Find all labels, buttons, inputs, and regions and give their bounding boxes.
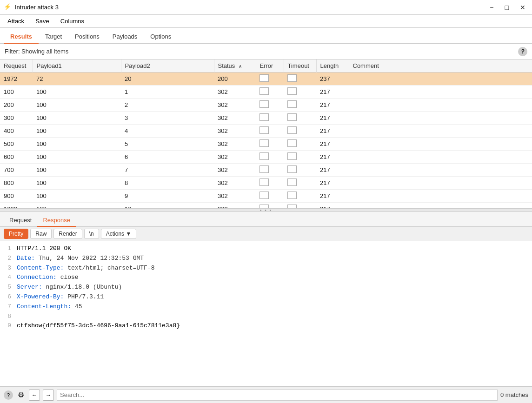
forward-button[interactable]: → (43, 390, 54, 401)
maximize-button[interactable]: □ (502, 3, 512, 12)
checkbox[interactable] (287, 74, 297, 82)
table-cell: 100 (33, 151, 121, 164)
table-row[interactable]: 3001003302217 (0, 112, 532, 125)
http-header-name: Content-Type: (17, 264, 64, 271)
search-input[interactable] (57, 390, 498, 401)
table-row[interactable]: 2001002302217 (0, 99, 532, 112)
col-header-status[interactable]: Status ∧ (214, 59, 256, 73)
checkbox[interactable] (287, 205, 297, 208)
checkbox[interactable] (287, 126, 297, 134)
table-cell: 302 (214, 190, 256, 203)
checkbox[interactable] (287, 87, 297, 95)
checkbox[interactable] (287, 113, 297, 121)
back-button[interactable]: ← (29, 390, 40, 401)
col-header-request[interactable]: Request (0, 59, 33, 73)
view-raw-button[interactable]: Raw (30, 229, 52, 239)
checkbox[interactable] (259, 113, 269, 121)
table-cell: 237 (316, 73, 349, 86)
table-cell: 302 (214, 99, 256, 112)
sub-tab-response[interactable]: Response (37, 214, 76, 227)
col-header-timeout[interactable]: Timeout (284, 59, 316, 73)
table-row[interactable]: 6001006302217 (0, 151, 532, 164)
table-row[interactable]: 8001008302217 (0, 177, 532, 190)
checkbox[interactable] (287, 139, 297, 147)
checkbox[interactable] (287, 100, 297, 108)
http-header-value: PHP/7.3.11 (64, 293, 104, 300)
http-header-name: Connection: (17, 274, 57, 281)
line-content: ctfshow{dff55f75-3dc5-4696-9aa1-615c7811… (17, 321, 527, 331)
help-icon[interactable]: ? (4, 390, 13, 400)
tab-positions[interactable]: Positions (68, 30, 106, 44)
table-cell (256, 73, 284, 86)
table-cell (349, 73, 532, 86)
menu-columns[interactable]: Columns (56, 16, 89, 26)
table-cell: 800 (0, 177, 33, 190)
http-header-value: nginx/1.18.0 (Ubuntu) (42, 284, 122, 291)
checkbox[interactable] (287, 152, 297, 160)
table-cell: 72 (33, 73, 121, 86)
view-newline-button[interactable]: \n (84, 229, 99, 239)
settings-icon[interactable]: ⚙ (16, 390, 26, 400)
checkbox[interactable] (287, 165, 297, 173)
table-header-row: Request Payload1 Payload2 Status ∧ Error… (0, 59, 532, 73)
sort-icon: ∧ (239, 64, 242, 69)
line-content: HTTP/1.1 200 OK (17, 244, 527, 254)
resize-handle[interactable]: • • • (0, 208, 532, 212)
view-render-button[interactable]: Render (53, 229, 82, 239)
tab-options[interactable]: Options (144, 30, 178, 44)
tab-payloads[interactable]: Payloads (106, 30, 144, 44)
checkbox[interactable] (259, 192, 269, 199)
filter-text: Filter: Showing all items (5, 48, 68, 55)
filter-help-icon[interactable]: ? (518, 47, 527, 56)
table-cell: 200 (0, 99, 33, 112)
line-number: 1 (5, 244, 11, 254)
checkbox[interactable] (287, 192, 297, 199)
table-cell: 9 (121, 190, 214, 203)
table-cell (284, 125, 316, 138)
table-cell: 100 (0, 86, 33, 99)
checkbox[interactable] (259, 165, 269, 173)
line-number: 6 (5, 292, 11, 302)
checkbox[interactable] (259, 152, 269, 160)
close-button[interactable]: ✕ (517, 3, 528, 12)
table-cell: 302 (214, 112, 256, 125)
table-row[interactable]: 5001005302217 (0, 138, 532, 151)
checkbox[interactable] (259, 126, 269, 134)
table-cell: 217 (316, 99, 349, 112)
checkbox[interactable] (259, 100, 269, 108)
response-line: 8 (5, 312, 527, 322)
table-cell: 200 (214, 73, 256, 86)
table-row[interactable]: 1001001302217 (0, 86, 532, 99)
app-icon: ⚡ (4, 3, 12, 12)
checkbox[interactable] (259, 87, 269, 95)
table-cell (349, 138, 532, 151)
checkbox[interactable] (259, 74, 269, 82)
table-cell: 2 (121, 99, 214, 112)
col-header-comment[interactable]: Comment (349, 59, 532, 73)
table-cell (349, 99, 532, 112)
checkbox[interactable] (287, 178, 297, 186)
table-cell: 300 (0, 112, 33, 125)
response-line: 6X-Powered-By: PHP/7.3.11 (5, 292, 527, 302)
col-header-payload2[interactable]: Payload2 (121, 59, 214, 73)
view-pretty-button[interactable]: Pretty (4, 229, 28, 239)
table-row[interactable]: 9001009302217 (0, 190, 532, 203)
table-row[interactable]: 19727220200237 (0, 73, 532, 86)
table-row[interactable]: 4001004302217 (0, 125, 532, 138)
tab-results[interactable]: Results (4, 30, 39, 44)
col-header-error[interactable]: Error (256, 59, 284, 73)
table-cell: 100 (33, 86, 121, 99)
tab-target[interactable]: Target (39, 30, 68, 44)
table-cell: 7 (121, 164, 214, 177)
table-row[interactable]: 7001007302217 (0, 164, 532, 177)
menu-save[interactable]: Save (31, 16, 54, 26)
col-header-length[interactable]: Length (316, 59, 349, 73)
table-cell (256, 151, 284, 164)
menu-attack[interactable]: Attack (3, 16, 29, 26)
checkbox[interactable] (259, 139, 269, 147)
sub-tab-request[interactable]: Request (4, 214, 37, 227)
col-header-payload1[interactable]: Payload1 (33, 59, 121, 73)
view-actions-button[interactable]: Actions ▼ (101, 229, 137, 239)
minimize-button[interactable]: − (487, 3, 496, 12)
checkbox[interactable] (259, 178, 269, 186)
